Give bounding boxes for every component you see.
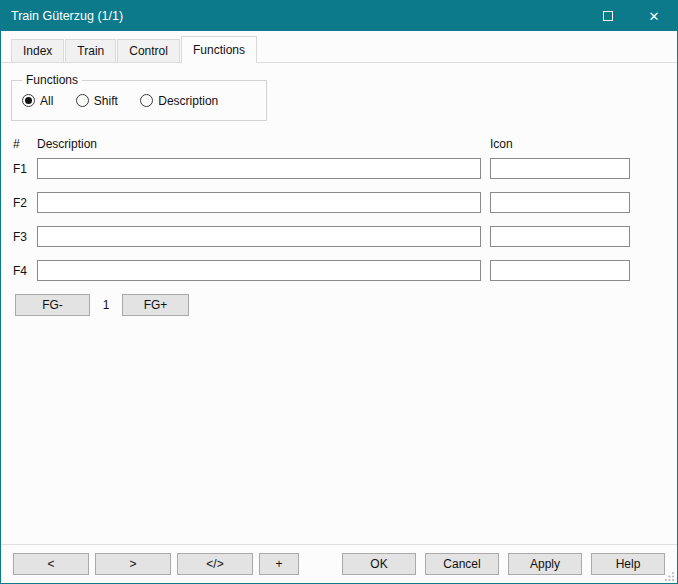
radio-description-label: Description <box>158 94 218 108</box>
function-row-f4: F4 <box>13 260 665 281</box>
close-icon: ✕ <box>649 9 660 24</box>
fg-plus-button[interactable]: FG+ <box>122 294 189 316</box>
functions-groupbox: Functions All Shift Description <box>11 73 267 121</box>
table-header: # Description Icon <box>13 137 665 151</box>
tab-index[interactable]: Index <box>11 39 64 62</box>
maximize-button[interactable] <box>585 1 631 31</box>
row-label-f4: F4 <box>13 264 37 278</box>
icon-input-f2[interactable] <box>490 192 630 213</box>
description-input-f1[interactable] <box>37 158 481 179</box>
help-button[interactable]: Help <box>591 553 665 575</box>
description-input-f2[interactable] <box>37 192 481 213</box>
apply-button[interactable]: Apply <box>508 553 582 575</box>
column-header-icon: Icon <box>490 137 630 151</box>
fg-group-number: 1 <box>93 298 119 312</box>
fg-minus-button[interactable]: FG- <box>15 294 90 316</box>
tab-strip: Index Train Control Functions <box>1 31 677 63</box>
resize-grip-icon[interactable] <box>665 571 675 581</box>
row-label-f2: F2 <box>13 196 37 210</box>
icon-input-f3[interactable] <box>490 226 630 247</box>
radio-shift[interactable]: Shift <box>76 94 118 108</box>
tab-control[interactable]: Control <box>117 39 180 62</box>
dialog-window: Train Güterzug (1/1) ✕ Index Train Contr… <box>0 0 678 584</box>
radio-shift-icon <box>76 94 89 107</box>
functions-tab-page: Functions All Shift Description # Descri… <box>1 73 677 316</box>
row-label-f1: F1 <box>13 162 37 176</box>
groupbox-title: Functions <box>22 73 82 87</box>
tab-functions[interactable]: Functions <box>181 36 257 63</box>
radio-all[interactable]: All <box>22 94 53 108</box>
close-button[interactable]: ✕ <box>631 1 677 31</box>
description-input-f4[interactable] <box>37 260 481 281</box>
column-header-description: Description <box>37 137 481 151</box>
maximize-icon <box>603 11 613 21</box>
tab-train[interactable]: Train <box>65 39 116 62</box>
nav-next-button[interactable]: > <box>95 553 171 575</box>
nav-previous-button[interactable]: < <box>13 553 89 575</box>
icon-input-f4[interactable] <box>490 260 630 281</box>
radio-shift-label: Shift <box>94 94 118 108</box>
row-label-f3: F3 <box>13 230 37 244</box>
titlebar: Train Güterzug (1/1) ✕ <box>1 1 677 31</box>
icon-input-f1[interactable] <box>490 158 630 179</box>
cancel-button[interactable]: Cancel <box>425 553 499 575</box>
radio-all-icon <box>22 94 35 107</box>
ok-button[interactable]: OK <box>342 553 416 575</box>
bottom-bar: < > </> + OK Cancel Apply Help <box>1 544 677 583</box>
function-row-f2: F2 <box>13 192 665 213</box>
function-group-controls: FG- 1 FG+ <box>13 294 665 316</box>
description-input-f3[interactable] <box>37 226 481 247</box>
add-button[interactable]: + <box>259 553 299 575</box>
radio-all-label: All <box>40 94 53 108</box>
window-title: Train Güterzug (1/1) <box>1 1 585 31</box>
radio-description[interactable]: Description <box>140 94 218 108</box>
column-header-number: # <box>13 137 37 151</box>
function-row-f1: F1 <box>13 158 665 179</box>
nav-code-button[interactable]: </> <box>177 553 253 575</box>
radio-description-icon <box>140 94 153 107</box>
function-row-f3: F3 <box>13 226 665 247</box>
